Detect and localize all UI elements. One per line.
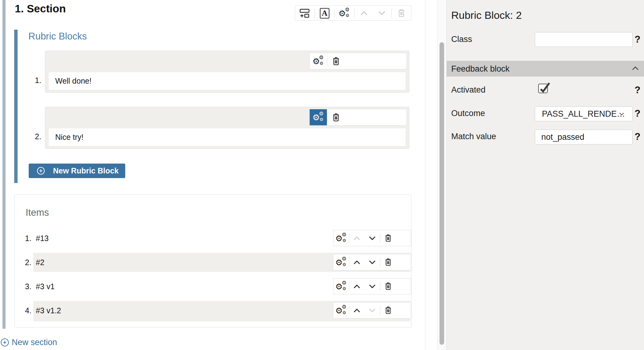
item-move-up-button[interactable] — [349, 302, 365, 318]
checkmark-icon — [538, 81, 551, 94]
text-block-button[interactable]: A — [316, 6, 332, 20]
section-move-up-button — [356, 6, 372, 20]
trash-icon — [332, 57, 340, 66]
item-toolbar: ⚙⚙⚙ — [333, 230, 411, 246]
add-block-button[interactable] — [297, 6, 313, 20]
gears-icon: ⚙⚙⚙ — [338, 8, 350, 19]
circle-plus-icon — [1, 338, 9, 347]
item-row[interactable]: 2. #2 ⚙⚙⚙ — [15, 253, 411, 272]
outcome-label: Outcome — [451, 109, 485, 118]
item-label: #3 v1.2 — [36, 301, 61, 320]
item-label: #2 — [36, 253, 44, 272]
item-label: #3 v1 — [36, 277, 55, 296]
toolbar-divider — [354, 9, 354, 18]
rubric-block-settings-button[interactable]: ⚙⚙⚙ — [310, 109, 327, 125]
circle-plus-icon — [37, 167, 45, 175]
items-panel: Items 1. #13 ⚙⚙⚙ — [14, 194, 411, 328]
item-toolbar: ⚙⚙⚙ — [333, 302, 411, 319]
section-toolbar: A ⚙⚙⚙ — [295, 6, 411, 21]
match-value-input[interactable] — [535, 130, 633, 144]
toolbar-divider — [391, 9, 392, 18]
item-row[interactable]: 1. #13 ⚙⚙⚙ — [15, 229, 411, 248]
rubric-block-number: 1. — [35, 76, 41, 85]
item-number: 4. — [25, 301, 31, 320]
chevron-down-icon — [369, 260, 376, 265]
chevron-down-icon — [369, 308, 376, 313]
item-row[interactable]: 4. #3 v1.2 ⚙⚙⚙ — [15, 301, 411, 321]
item-settings-button[interactable]: ⚙⚙⚙ — [333, 302, 349, 318]
chevron-up-icon — [353, 260, 361, 265]
toolbar-divider — [334, 9, 335, 18]
chevron-up-icon — [353, 284, 361, 289]
item-move-down-button[interactable] — [365, 254, 380, 270]
section-settings-button[interactable]: ⚙⚙⚙ — [336, 6, 352, 20]
rubric-block-number: 2. — [35, 132, 41, 141]
item-settings-button[interactable]: ⚙⚙⚙ — [333, 230, 349, 246]
item-delete-button[interactable] — [380, 230, 396, 246]
chevron-up-icon — [353, 308, 361, 313]
help-icon[interactable]: ? — [634, 34, 642, 45]
rubric-block-settings-button[interactable]: ⚙⚙⚙ — [310, 53, 327, 69]
new-rubric-block-label: New Rubric Block — [53, 166, 119, 175]
rubric-blocks-accent-bar — [14, 30, 18, 183]
item-toolbar: ⚙⚙⚙ — [333, 254, 411, 270]
feedback-block-header-label: Feedback block — [451, 64, 510, 74]
feedback-block-header[interactable]: Feedback block — [447, 61, 644, 77]
chevron-down-icon — [378, 11, 386, 15]
section-accent-bar — [2, 0, 6, 329]
rubric-block-toolbar: ⚙⚙⚙ — [309, 109, 407, 126]
new-rubric-block-button[interactable]: New Rubric Block — [29, 164, 125, 178]
item-delete-button[interactable] — [380, 254, 396, 270]
outcome-select[interactable]: PASS_ALL_RENDE… — [535, 106, 633, 121]
chevron-down-icon — [369, 284, 376, 289]
rubric-block-delete-button[interactable] — [327, 109, 345, 125]
item-move-down-button[interactable] — [365, 278, 380, 294]
properties-title: Rubric Block: 2 — [451, 9, 522, 21]
outcome-selected-value: PASS_ALL_RENDE… — [542, 109, 625, 119]
chevron-up-icon — [353, 236, 361, 240]
chevron-up-icon — [360, 11, 368, 15]
new-section-link[interactable]: New section — [1, 338, 57, 347]
trash-icon — [385, 306, 392, 315]
help-icon[interactable]: ? — [634, 108, 642, 119]
trash-icon — [385, 258, 392, 266]
scrollbar-thumb[interactable] — [440, 42, 444, 345]
content-divider — [425, 0, 425, 350]
class-label: Class — [451, 35, 472, 44]
item-move-up-button[interactable] — [349, 254, 365, 270]
rubric-block-content[interactable]: Nice try! — [49, 128, 406, 146]
activated-checkbox[interactable] — [538, 84, 548, 93]
item-move-up-button[interactable] — [349, 278, 365, 294]
items-heading: Items — [26, 207, 49, 218]
section-move-down-button — [374, 6, 390, 20]
rubric-block-content[interactable]: Well done! — [49, 72, 406, 90]
item-number: 3. — [25, 277, 31, 296]
trash-icon — [385, 234, 392, 242]
help-icon[interactable]: ? — [634, 85, 642, 96]
select-chevron-down-icon — [619, 112, 624, 116]
class-input[interactable] — [535, 32, 633, 47]
match-value-label: Match value — [451, 132, 496, 141]
item-move-down-button — [365, 302, 380, 318]
trash-icon — [385, 282, 392, 290]
rubric-block[interactable]: 1. ⚙⚙⚙ Well done! — [45, 51, 409, 93]
help-icon[interactable]: ? — [634, 131, 642, 142]
section-delete-button — [394, 6, 410, 20]
rubric-blocks-heading: Rubric Blocks — [28, 31, 87, 42]
item-delete-button[interactable] — [380, 302, 396, 318]
collapse-chevron-up-icon — [632, 66, 639, 70]
item-row[interactable]: 3. #3 v1 ⚙⚙⚙ — [15, 277, 411, 296]
item-settings-button[interactable]: ⚙⚙⚙ — [333, 254, 349, 270]
item-label: #13 — [36, 229, 49, 248]
item-settings-button[interactable]: ⚙⚙⚙ — [333, 278, 349, 294]
trash-icon — [332, 113, 340, 122]
item-move-down-button[interactable] — [365, 230, 380, 246]
rubric-block-delete-button[interactable] — [327, 53, 345, 69]
item-delete-button[interactable] — [380, 278, 396, 294]
rubric-block-toolbar: ⚙⚙⚙ — [309, 53, 407, 69]
rubric-block[interactable]: 2. ⚙⚙⚙ Nice try! — [45, 107, 409, 149]
toolbar-divider — [315, 9, 315, 18]
properties-panel: Rubric Block: 2 Class ? Feedback block A… — [446, 0, 644, 350]
item-toolbar: ⚙⚙⚙ — [333, 278, 411, 294]
gears-icon: ⚙⚙⚙ — [335, 281, 347, 292]
